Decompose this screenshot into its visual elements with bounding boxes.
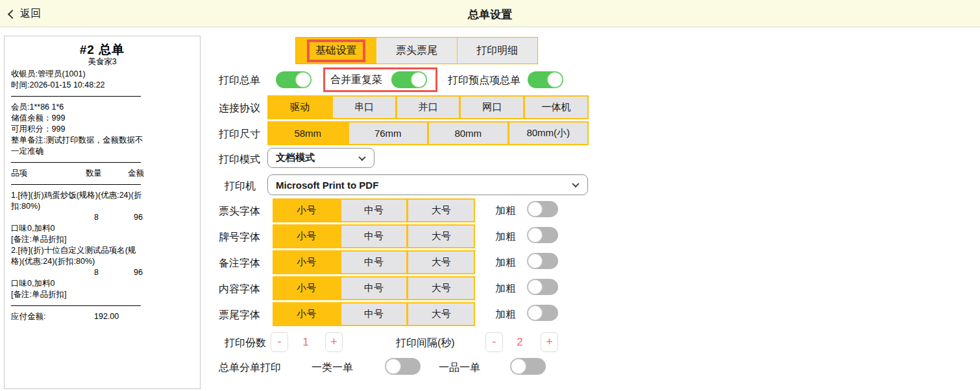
print-master-label: 打印总单 (219, 74, 260, 88)
font-size-large[interactable]: 大号 (408, 200, 474, 221)
merge-duplicate-toggle[interactable] (391, 71, 427, 88)
font-row-note-bold-toggle[interactable] (527, 253, 558, 269)
item-note: [备注:单品折扣] (11, 289, 193, 300)
font-row-header-sizes: 小号 中号 大号 (273, 198, 475, 222)
receipt-divider (11, 184, 141, 185)
font-row-content-bold-toggle[interactable] (527, 279, 558, 295)
receipt-preview: #2 总单 美食家3 收银员:管理员(1001) 时间:2026-01-15 1… (4, 36, 201, 389)
font-size-small[interactable]: 小号 (274, 303, 339, 325)
print-preorder-toggle[interactable] (528, 71, 563, 88)
toggle-knob (528, 254, 543, 268)
receipt-title: #2 总单 (11, 44, 193, 55)
toggle-knob (528, 279, 543, 294)
printer-label: 打印机 (225, 180, 256, 193)
protocol-label: 连接协议 (219, 102, 260, 115)
protocol-group: 驱动 串口 并口 网口 一体机 (267, 95, 589, 119)
receipt-balance: 储值余额：999 (11, 113, 193, 124)
receipt-member: 会员:1**86 1*6 (11, 102, 193, 113)
merge-duplicate-highlight-box: 合并重复菜 (323, 67, 437, 92)
total-label: 应付金额: (11, 312, 45, 321)
receipt-item: 2.[待](折)十位自定义测试品项名(规格)(优惠:24)(折扣:80%) 8 … (11, 245, 193, 300)
merge-duplicate-label: 合并重复菜 (330, 73, 382, 87)
protocol-option-parallel[interactable]: 并口 (397, 97, 459, 118)
copies-plus-button[interactable]: + (325, 332, 343, 352)
tab-header-footer[interactable]: 票头票尾 (376, 38, 456, 64)
split-by-category-toggle[interactable] (385, 358, 421, 375)
col-amount: 金额 (128, 168, 144, 179)
interval-minus-button[interactable]: - (485, 332, 503, 352)
font-size-medium[interactable]: 中号 (341, 278, 407, 299)
font-size-small[interactable]: 小号 (274, 226, 339, 247)
receipt-column-headers: 品项 数量 金额 (11, 168, 144, 179)
mode-select[interactable]: 文档模式 (267, 148, 374, 168)
size-group: 58mm 76mm 80mm 80mm(小) (267, 121, 589, 145)
top-bar: 返回 总单设置 (0, 0, 980, 27)
size-label: 打印尺寸 (219, 128, 260, 141)
tab-print-detail[interactable]: 打印明细 (457, 38, 537, 64)
size-option-80mm-small[interactable]: 80mm(小) (509, 123, 588, 144)
size-option-80mm[interactable]: 80mm (429, 123, 508, 144)
chevron-down-icon (358, 154, 365, 161)
font-size-large[interactable]: 大号 (408, 303, 474, 325)
mode-label: 打印模式 (219, 153, 260, 167)
receipt-item: 1.[待](折)鸡蛋炒饭(规格)(优惠:24)(折扣:80%) 8 96 口味0… (11, 190, 193, 245)
font-size-large[interactable]: 大号 (408, 278, 474, 299)
copies-label: 打印份数 (225, 337, 266, 350)
toggle-knob (411, 72, 426, 88)
bold-label: 加粗 (495, 308, 516, 322)
interval-plus-button[interactable]: + (541, 332, 558, 352)
toggle-knob (528, 228, 543, 243)
font-size-small[interactable]: 小号 (274, 200, 339, 221)
copies-minus-button[interactable]: - (271, 332, 288, 352)
print-preorder-label: 打印预点项总单 (448, 74, 521, 88)
page-title: 总单设置 (0, 7, 980, 22)
font-row-tag-bold-toggle[interactable] (527, 227, 558, 243)
receipt-time: 时间:2026-01-15 10:48:22 (11, 80, 193, 91)
interval-label: 打印间隔(秒) (396, 337, 455, 350)
font-size-large[interactable]: 大号 (408, 226, 474, 247)
print-master-toggle[interactable] (276, 71, 312, 88)
receipt-order-note: 整单备注:测试打印数据，金额数据不一定准确 (11, 135, 146, 157)
receipt-total-row: 应付金额: 192.00 (11, 311, 144, 322)
font-size-large[interactable]: 大号 (408, 252, 474, 273)
protocol-option-driver[interactable]: 驱动 (269, 97, 331, 118)
size-option-76mm[interactable]: 76mm (349, 123, 428, 144)
toggle-knob (528, 305, 543, 320)
font-size-medium[interactable]: 中号 (341, 252, 407, 273)
split-by-item-toggle[interactable] (510, 358, 546, 375)
font-row-footer-bold-toggle[interactable] (527, 305, 558, 321)
receipt-cashier: 收银员:管理员(1001) (11, 69, 193, 80)
font-size-medium[interactable]: 中号 (341, 200, 407, 221)
font-row-header-label: 票头字体 (219, 205, 260, 219)
font-row-footer-sizes: 小号 中号 大号 (273, 302, 475, 326)
split-by-item-label: 一品一单 (439, 361, 480, 375)
copies-value: 1 (296, 336, 315, 349)
font-size-small[interactable]: 小号 (274, 278, 339, 299)
col-item: 品项 (11, 168, 27, 179)
protocol-option-network[interactable]: 网口 (461, 97, 523, 118)
font-size-small[interactable]: 小号 (274, 252, 339, 273)
receipt-store-name: 美食家3 (11, 56, 193, 67)
bold-label: 加粗 (495, 256, 516, 270)
printer-value: Microsoft Print to PDF (276, 180, 378, 191)
tab-basic-settings[interactable]: 基础设置 (296, 38, 376, 64)
font-row-header-bold-toggle[interactable] (527, 201, 558, 217)
receipt-divider (11, 162, 141, 163)
mode-value: 文档模式 (276, 152, 315, 164)
item-qty: 8 (94, 267, 99, 278)
font-size-medium[interactable]: 中号 (341, 303, 407, 325)
protocol-option-allinone[interactable]: 一体机 (525, 97, 587, 118)
receipt-points: 可用积分：999 (11, 124, 193, 135)
bold-label: 加粗 (495, 282, 516, 296)
protocol-option-serial[interactable]: 串口 (333, 97, 395, 118)
font-row-content-label: 内容字体 (219, 283, 260, 296)
toggle-knob (511, 359, 526, 374)
font-size-medium[interactable]: 中号 (341, 226, 407, 247)
col-qty: 数量 (86, 168, 102, 179)
printer-select[interactable]: Microsoft Print to PDF (267, 174, 588, 195)
size-option-58mm[interactable]: 58mm (269, 123, 347, 144)
settings-tabs: 基础设置 票头票尾 打印明细 (295, 37, 538, 64)
tab-basic-highlight-box: 基础设置 (307, 40, 365, 62)
split-by-category-label: 一类一单 (312, 361, 353, 375)
item-flavor: 口味0,加料0 (11, 223, 193, 234)
